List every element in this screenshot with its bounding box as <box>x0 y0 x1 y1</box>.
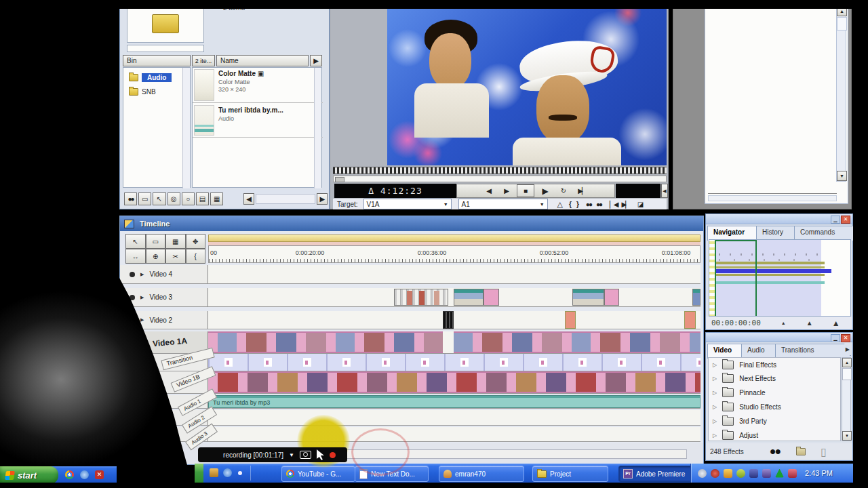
column-header-items[interactable]: 2 ite... <box>192 55 215 66</box>
effects-vscrollbar[interactable]: ▲ ▼ <box>842 357 851 441</box>
tray-icon-triangle[interactable] <box>775 469 784 478</box>
delete-effect-icon[interactable]: ▯ <box>821 445 827 458</box>
effects-titlebar[interactable]: ▁ ✕ <box>706 333 852 342</box>
quick-launch-icon[interactable] <box>80 470 89 479</box>
column-header-bin[interactable]: Bin <box>123 55 191 66</box>
close-icon[interactable]: ✕ <box>841 216 850 224</box>
track-content-transition[interactable] <box>208 354 701 371</box>
video-target-dropdown[interactable]: V1A▼ <box>363 199 452 209</box>
tray-icon-green[interactable] <box>736 469 745 478</box>
volume-tray-icon[interactable] <box>698 469 707 478</box>
tray-icon-red[interactable] <box>711 469 719 478</box>
monitor-menu-icon[interactable]: ◀ <box>661 184 668 198</box>
timeline-clip[interactable] <box>572 289 604 306</box>
navigator-map[interactable] <box>709 239 851 317</box>
find-icon[interactable]: ●● <box>124 192 137 205</box>
effects-folder-row[interactable]: ▷Pinnacle <box>709 386 840 400</box>
taskbar-clock[interactable]: 2:43 PM <box>805 469 833 477</box>
expand-icon[interactable]: ▷ <box>713 390 717 396</box>
expand-icon[interactable]: ▷ <box>713 362 717 368</box>
play-in-out-icon[interactable]: ▶▏ <box>574 186 590 196</box>
shuttle-handle[interactable] <box>335 177 344 182</box>
recorder-menu-icon[interactable]: ▼ <box>289 452 294 458</box>
new-folder-icon[interactable] <box>796 448 806 455</box>
razor-tool-icon[interactable]: ✂ <box>165 249 186 264</box>
close-icon[interactable]: ✕ <box>841 334 850 342</box>
bin-tree-scrollbar[interactable] <box>182 68 190 188</box>
frame-back-icon[interactable]: ◀ <box>481 186 496 196</box>
thumbnail-view-icon[interactable]: ▤ <box>196 192 209 205</box>
track-header-video3[interactable]: ▶ Video 3 <box>120 288 208 307</box>
record-dot-icon[interactable] <box>330 452 336 458</box>
zoom-slider-icon[interactable]: ▲ <box>806 319 813 327</box>
scroll-right-icon[interactable]: ▶ <box>317 193 328 205</box>
block-select-tool-icon[interactable]: ▦ <box>165 234 186 249</box>
work-area-bar[interactable] <box>208 235 701 242</box>
scroll-thumb[interactable] <box>837 17 847 30</box>
bin-item-snb[interactable]: SNB <box>129 88 156 96</box>
quick-launch-browser-icon[interactable] <box>65 470 74 479</box>
timeline-titlebar[interactable]: Timeline <box>120 216 703 231</box>
timeline-clip[interactable] <box>394 289 448 306</box>
tray-icon-purple[interactable] <box>762 469 771 478</box>
zoom-in-icon[interactable]: ▲ <box>832 319 840 328</box>
audio-clip[interactable]: Tu meri ibtda by mp3 <box>208 395 701 408</box>
icon-view-icon[interactable]: ○ <box>182 192 195 205</box>
asset-row[interactable]: Color Matte ▣ Color Matte 320 × 240 <box>193 68 323 103</box>
trim-mode-icon[interactable]: ◪ <box>637 201 644 208</box>
navigator-titlebar[interactable]: ▁ ✕ <box>706 214 852 224</box>
expand-icon[interactable]: ▷ <box>713 432 717 439</box>
frame-forward-icon[interactable]: ▶ <box>499 186 514 196</box>
scroll-down-icon[interactable]: ▼ <box>842 431 852 441</box>
quick-launch-icon[interactable] <box>223 468 232 477</box>
quick-launch-close-icon[interactable]: ✕ <box>95 470 104 479</box>
mark-out-icon[interactable]: } <box>576 201 579 208</box>
effects-folder-row[interactable]: ▷3rd Party <box>709 414 840 428</box>
project-hscrollbar[interactable] <box>256 194 316 204</box>
minimize-icon[interactable]: ▁ <box>831 334 840 342</box>
tray-icon-orange[interactable] <box>724 469 732 478</box>
timeline-clip[interactable] <box>692 289 701 306</box>
track-content-video1a[interactable] <box>208 331 701 354</box>
quick-launch-icon[interactable] <box>210 468 218 477</box>
tab-transitions[interactable]: Transitions <box>775 344 851 359</box>
expand-track-icon[interactable]: ▶ <box>140 272 144 277</box>
overlay-icon[interactable]: ●● <box>596 201 601 208</box>
right-panel-hscrollbar[interactable] <box>708 195 837 201</box>
minimize-icon[interactable]: ▁ <box>831 216 840 224</box>
monitor-shuttle-bar[interactable] <box>333 176 667 182</box>
hand-tool-icon[interactable]: ✥ <box>186 234 206 249</box>
column-scroll-right-icon[interactable]: ▶ <box>310 55 322 66</box>
marker-icon[interactable]: △ <box>557 200 563 209</box>
effects-folder-row[interactable]: ▷Next Effects <box>709 371 840 386</box>
timeline-clip[interactable] <box>454 289 484 306</box>
selection-tool-icon[interactable]: ↖ <box>125 234 146 249</box>
expand-track-icon[interactable]: ▶ <box>140 295 144 300</box>
loop-icon[interactable]: ↻ <box>556 186 571 196</box>
delete-icon[interactable]: ◎ <box>167 192 180 205</box>
taskbar-button-youtube[interactable]: YouTube - G... <box>281 466 355 482</box>
tray-icon-pink[interactable] <box>788 469 797 478</box>
go-to-out-icon[interactable]: ▶▏ <box>621 201 629 208</box>
track-content-video1b[interactable] <box>208 371 701 394</box>
expand-icon[interactable]: ▷ <box>713 418 717 424</box>
asset-row[interactable]: Tu meri ibtda by.m...♪ Audio <box>193 104 323 138</box>
track-content-audio2[interactable] <box>208 410 701 426</box>
quick-launch-dot-icon[interactable] <box>238 471 242 475</box>
track-content-video4[interactable] <box>208 265 701 284</box>
go-to-in-icon[interactable]: ▏◀ <box>610 201 617 208</box>
effects-folder-row[interactable]: ▷Studio Effects <box>709 400 840 414</box>
timeline-clip[interactable] <box>684 311 696 329</box>
navigator-viewbox[interactable] <box>715 240 757 317</box>
timeline-clip[interactable] <box>484 289 499 306</box>
asset-list-scrollbar[interactable] <box>314 68 321 188</box>
right-panel-vscrollbar[interactable]: ▲ ▼ <box>836 5 846 182</box>
taskbar-button-project[interactable]: Project <box>532 466 608 482</box>
slip-tool-icon[interactable]: ↔ <box>125 249 146 264</box>
expand-track-icon[interactable]: ▶ <box>140 317 144 323</box>
scroll-down-icon[interactable]: ▼ <box>837 171 847 181</box>
audio-target-dropdown[interactable]: A1▼ <box>458 199 548 209</box>
zoom-tool-icon[interactable]: ⊕ <box>146 249 166 264</box>
stop-icon[interactable]: ■ <box>517 184 534 197</box>
taskbar-button-emran[interactable]: emran470 <box>439 466 524 482</box>
